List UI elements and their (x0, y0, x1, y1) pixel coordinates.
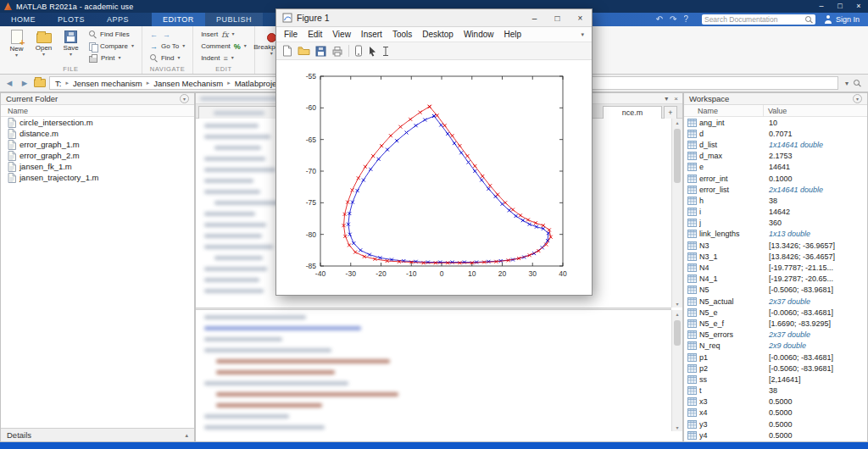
close-button[interactable]: × (849, 0, 868, 13)
workspace-variable[interactable]: x40.5000 (684, 407, 867, 419)
workspace-variable[interactable]: d_list1x14641 double (684, 139, 867, 150)
address-search-icon[interactable] (854, 80, 861, 87)
maximize-button[interactable]: □ (831, 0, 849, 13)
figure-window[interactable]: Figure 1 – □ × FileEditViewInsertToolsDe… (275, 8, 593, 296)
workspace-variable[interactable]: N5_errors2x37 double (684, 330, 867, 341)
file-item[interactable]: circle_intersection.m (1, 117, 194, 128)
figure-menu-tools[interactable]: Tools (387, 30, 417, 39)
panel-menu-icon[interactable]: ▾ (180, 94, 189, 103)
workspace-variable[interactable]: d_max2.1753 (684, 151, 867, 162)
text-annotation-icon[interactable] (382, 46, 389, 57)
comment-button[interactable]: Comment % ▾ (198, 41, 249, 52)
figure-plot[interactable]: -40-30-20-10010203040-85-80-75-70-65-60-… (276, 62, 592, 295)
edit-plot-pointer-icon[interactable] (368, 46, 377, 57)
navigate-forward-icon[interactable]: → (163, 30, 170, 39)
workspace-variable[interactable]: y40.5000 (684, 430, 867, 441)
figure-menu-help[interactable]: Help (499, 30, 527, 39)
name-column-header[interactable]: Name (1, 105, 194, 117)
workspace-variable[interactable]: ss[2,14641] (684, 374, 867, 385)
workspace-variable[interactable]: N5_e[-0.0060; -83.4681] (684, 307, 867, 318)
workspace-variable[interactable]: error_list2x14641 double (684, 184, 867, 195)
editor-split-divider[interactable] (196, 308, 671, 310)
search-icon[interactable] (805, 16, 813, 24)
new-figure-icon[interactable] (282, 45, 292, 57)
redo-icon[interactable]: ↷ (670, 13, 676, 26)
scroll-up-icon[interactable]: ▴ (672, 311, 682, 317)
comment-percent-icon[interactable]: % (234, 42, 241, 51)
breadcrumb-item[interactable]: Jansen Mechanism (153, 79, 223, 88)
undo-icon[interactable]: ↶ (656, 13, 663, 26)
details-expand-icon[interactable]: ▴ (185, 432, 188, 439)
scroll-down-icon[interactable]: ▾ (672, 301, 682, 307)
figure-menu-window[interactable]: Window (459, 30, 499, 39)
help-icon[interactable]: ? (683, 13, 688, 26)
workspace-variable[interactable]: N4[-19.7787; -21.15... (684, 262, 867, 273)
figure-menu-desktop[interactable]: Desktop (417, 30, 459, 39)
workspace-variable[interactable]: N3[13.3426; -36.9657] (684, 240, 867, 251)
breadcrumb-item[interactable]: Jensen mechanism (73, 79, 142, 88)
windows-taskbar[interactable] (0, 442, 868, 449)
editor-scrollbar-bottom[interactable]: ▴ ▾ (671, 310, 682, 431)
figure-menu-edit[interactable]: Edit (303, 30, 327, 39)
workspace-variable[interactable]: N_req2x9 double (684, 341, 867, 352)
file-item[interactable]: distance.m (1, 128, 194, 139)
find-button[interactable]: Find ▾ (147, 53, 187, 64)
scroll-up-icon[interactable]: ▴ (672, 119, 682, 125)
scroll-down-icon[interactable]: ▾ (672, 424, 682, 430)
figure-menu-file[interactable]: File (279, 30, 303, 39)
browse-folder-icon[interactable] (34, 79, 46, 87)
workspace-variable[interactable]: N5_e_f[1.6690; -83.9295] (684, 318, 867, 329)
workspace-variable[interactable]: error_int0.1000 (684, 173, 867, 184)
figure-close-button[interactable]: × (569, 9, 592, 26)
new-tab-button[interactable]: + (664, 106, 677, 119)
breadcrumb-item[interactable]: T: (55, 79, 61, 88)
forward-icon[interactable]: ▶ (19, 79, 31, 87)
new-script-button[interactable]: New ▾ (5, 29, 28, 64)
device-link-icon[interactable] (354, 45, 363, 57)
workspace-column-headers[interactable]: Name Value (684, 105, 867, 117)
figure-title-bar[interactable]: Figure 1 – □ × (276, 9, 592, 27)
ribbon-tab-publish[interactable]: PUBLISH (205, 13, 263, 26)
workspace-variable[interactable]: i14642 (684, 207, 867, 218)
sign-in-button[interactable]: Sign In (824, 15, 860, 24)
workspace-variable[interactable]: d0.7071 (684, 128, 867, 139)
insert-function-icon[interactable]: fx (221, 30, 228, 39)
open-file-icon[interactable] (298, 46, 310, 56)
editor-close-icon[interactable]: × (674, 95, 678, 103)
address-dropdown-icon[interactable]: ▾ (845, 80, 849, 87)
indent-button[interactable]: Indent ≡ ▾ (198, 53, 249, 64)
editor-scrollbar-top[interactable]: ▴ ▾ (671, 119, 682, 308)
go-to-button[interactable]: → Go To ▾ (147, 41, 187, 52)
workspace-variable[interactable]: p2[-0.5060; -83.9681] (684, 363, 867, 374)
save-figure-icon[interactable] (315, 46, 326, 57)
workspace-variable[interactable]: e14641 (684, 162, 867, 173)
save-button[interactable]: Save ▾ (59, 29, 82, 64)
workspace-variable[interactable]: j360 (684, 218, 867, 229)
minimize-button[interactable]: – (812, 0, 831, 13)
workspace-variable[interactable]: N3_1[13.8426; -36.4657] (684, 251, 867, 262)
file-item[interactable]: error_graph_1.m (1, 139, 194, 150)
figure-menu-view[interactable]: View (327, 30, 356, 39)
back-icon[interactable]: ◀ (3, 79, 15, 87)
workspace-variable[interactable]: N5[-0.5060; -83.9681] (684, 285, 867, 296)
file-item[interactable]: error_graph_2.m (1, 150, 194, 161)
ribbon-tab-editor[interactable]: EDITOR (152, 13, 205, 26)
scrollbar-thumb[interactable] (674, 129, 681, 183)
print-button[interactable]: Print ▾ (86, 53, 136, 64)
compare-button[interactable]: Compare ▾ (86, 41, 136, 52)
editor-minimize-icon[interactable]: ▾ (665, 95, 668, 103)
workspace-variable[interactable]: y30.5000 (684, 419, 867, 430)
panel-menu-icon[interactable]: ▾ (853, 94, 862, 103)
workspace-variable[interactable]: N4_1[-19.2787; -20.65... (684, 274, 867, 285)
workspace-variable[interactable]: h38 (684, 195, 867, 206)
find-files-button[interactable]: Find Files (86, 29, 136, 40)
workspace-variable[interactable]: x30.5000 (684, 396, 867, 407)
navigate-back-icon[interactable]: ← (150, 30, 158, 39)
editor-tab[interactable]: nce.m (603, 106, 662, 119)
smart-indent-icon[interactable]: ≡ (223, 54, 227, 63)
file-item[interactable]: jansen_fk_1.m (1, 161, 194, 172)
workspace-variable[interactable]: p1[-0.0060; -83.4681] (684, 352, 867, 363)
scrollbar-thumb[interactable] (674, 320, 681, 346)
ribbon-tab-plots[interactable]: PLOTS (47, 13, 96, 26)
open-button[interactable]: Open ▾ (32, 29, 55, 64)
